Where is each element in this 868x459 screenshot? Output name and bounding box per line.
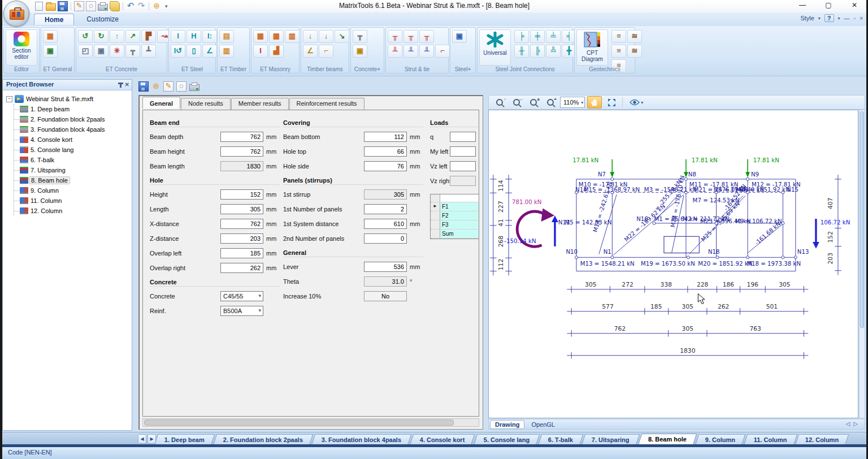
field-input-hole-top[interactable] bbox=[364, 146, 407, 157]
form-tab-reinforcement-results[interactable]: Reinforcement results bbox=[289, 98, 364, 110]
concplus-tool-icon[interactable]: ▣ bbox=[353, 45, 367, 58]
strut-tool-icon[interactable]: ╥ bbox=[403, 30, 418, 43]
timber-tool-icon[interactable]: ▤ bbox=[219, 30, 234, 43]
row-selector[interactable] bbox=[431, 220, 440, 229]
field-input-beam-depth[interactable] bbox=[220, 132, 263, 142]
cpt-diagram-button[interactable]: CPT Diagram bbox=[576, 29, 608, 66]
loads-grid-row-f1[interactable]: ►F1 bbox=[431, 202, 479, 211]
field-input-q[interactable] bbox=[450, 132, 476, 142]
application-menu-button[interactable] bbox=[3, 1, 29, 27]
zoom-caret-icon[interactable]: ▾ bbox=[581, 100, 583, 105]
style-caret-icon[interactable]: ▾ bbox=[818, 16, 821, 21]
zoom-inout-icon[interactable]: ± bbox=[526, 96, 541, 109]
view-tab-opengl[interactable]: OpenGL bbox=[527, 421, 559, 428]
strut-tool-icon[interactable]: ⌐ bbox=[435, 45, 450, 58]
edit-sheet-icon[interactable]: ✎ bbox=[163, 81, 173, 92]
geo-tool-icon[interactable]: ≋ bbox=[627, 30, 642, 43]
preview-icon[interactable]: ◌ bbox=[176, 81, 186, 92]
restore-button[interactable]: ▢ bbox=[821, 1, 836, 10]
doc-close-button[interactable]: × bbox=[860, 15, 863, 21]
concrete-tool-icon[interactable]: ◰ bbox=[78, 45, 93, 58]
joint-tool-icon[interactable]: ╩ bbox=[546, 45, 561, 58]
field-select-reinf[interactable]: B500A bbox=[220, 306, 263, 316]
loads-grid-row-sum[interactable]: Sum bbox=[431, 229, 479, 239]
doc-minimize-button[interactable]: — bbox=[844, 15, 850, 21]
field-input-overlap-right[interactable] bbox=[220, 263, 263, 273]
strut-tool-icon[interactable]: ╥ bbox=[419, 30, 434, 43]
view-tab-drawing[interactable]: Drawing bbox=[490, 420, 524, 429]
form-tab-node-results[interactable]: Node results bbox=[181, 98, 231, 110]
field-input-beam-length[interactable] bbox=[220, 161, 263, 171]
timberbeam-tool-icon[interactable]: ↓ bbox=[303, 30, 318, 43]
document-tab-2-foundation-block-2paals[interactable]: 2. Foundation block 2paals bbox=[213, 434, 314, 445]
fit-view-icon[interactable] bbox=[604, 96, 619, 109]
masonry-tool-icon[interactable]: ▟ bbox=[269, 45, 284, 58]
row-selector[interactable]: ► bbox=[431, 202, 440, 211]
field-input-beam-bottom[interactable] bbox=[364, 132, 407, 142]
document-tab-12-column[interactable]: 12. Column bbox=[795, 434, 849, 445]
strut-tool-icon[interactable]: ╨ bbox=[388, 45, 402, 58]
steel-tool-icon[interactable]: I: bbox=[202, 30, 217, 43]
options-icon[interactable]: ⊛ bbox=[151, 82, 160, 91]
form-tab-general[interactable]: General bbox=[142, 97, 180, 109]
geo-tool-icon[interactable]: ≋ bbox=[627, 45, 642, 58]
field-input-length[interactable] bbox=[220, 204, 263, 214]
timberbeam-tool-icon[interactable]: ↓ bbox=[319, 30, 333, 43]
document-tab-8-beam-hole[interactable]: 8. Beam hole bbox=[637, 434, 697, 445]
field-input-1st-stirrup[interactable] bbox=[364, 189, 407, 200]
field-input-vz-right[interactable] bbox=[450, 176, 476, 186]
concrete-tool-icon[interactable]: ↻ bbox=[94, 30, 108, 43]
timber-tool-icon[interactable]: ▥ bbox=[219, 45, 234, 58]
document-tab-5-console-lang[interactable]: 5. Console lang bbox=[474, 434, 540, 445]
steel-tool-icon[interactable]: ∠ bbox=[202, 45, 217, 58]
concrete-tool-icon[interactable]: ▛ bbox=[141, 30, 156, 43]
tree-item-9-column[interactable]: 9. Column bbox=[14, 185, 131, 196]
document-tab-3-foundation-block-4paals[interactable]: 3. Foundation block 4paals bbox=[311, 434, 412, 445]
tree-item-11-column[interactable]: 11. Column bbox=[14, 196, 131, 206]
document-tab-9-column[interactable]: 9. Column bbox=[695, 434, 745, 445]
joint-tool-icon[interactable]: ╞ bbox=[514, 30, 529, 43]
ribbon-tab-customize[interactable]: Customize bbox=[76, 14, 129, 25]
zoom-extents-icon[interactable]: ↔ bbox=[509, 96, 524, 109]
minimize-button[interactable]: — bbox=[795, 1, 810, 10]
concrete-tool-icon[interactable]: ↗ bbox=[125, 30, 140, 43]
tree-item-6-t-balk[interactable]: 6. T-balk bbox=[14, 155, 131, 165]
close-panel-icon[interactable]: ✕ bbox=[125, 81, 129, 88]
eye-icon[interactable]: ▾ bbox=[626, 96, 646, 109]
tree-item-2-foundation-block-2paals[interactable]: 2. Foundation block 2paals bbox=[14, 114, 131, 124]
field-input-beam-height[interactable] bbox=[220, 146, 263, 157]
strut-tool-icon[interactable]: ╨ bbox=[403, 45, 418, 58]
row-selector[interactable] bbox=[431, 229, 440, 238]
field-input-1st-number-of-panels[interactable] bbox=[364, 204, 407, 214]
document-tab-11-column[interactable]: 11. Column bbox=[744, 434, 797, 445]
doc-restore-button[interactable]: ▫ bbox=[854, 15, 856, 21]
tree-item-12-column[interactable]: 12. Column bbox=[14, 206, 131, 216]
tree-item-7-uitsparing[interactable]: 7. Uitsparing bbox=[14, 165, 131, 175]
field-input-vz-left[interactable] bbox=[450, 161, 476, 171]
concrete-tool-icon[interactable]: ↺ bbox=[78, 30, 93, 43]
document-tab-7-uitsparing[interactable]: 7. Uitsparing bbox=[581, 434, 640, 445]
drawing-vertical-scrollbar[interactable] bbox=[859, 110, 865, 418]
row-selector[interactable] bbox=[431, 211, 440, 220]
document-tab-1-deep-beam[interactable]: 1. Deep beam bbox=[154, 434, 215, 445]
field-input-increase-10[interactable] bbox=[364, 291, 407, 301]
help-button[interactable]: ? bbox=[824, 14, 834, 22]
zoom-level-combo[interactable]: 110%▾ bbox=[560, 97, 585, 108]
concrete-tool-icon[interactable]: ┳ bbox=[125, 45, 140, 58]
field-input-my-left[interactable] bbox=[450, 146, 476, 157]
timberbeam-tool-icon[interactable]: ↘ bbox=[335, 30, 349, 43]
form-horizontal-scrollbar[interactable] bbox=[142, 418, 479, 427]
geo-tool-icon[interactable]: ≡ bbox=[611, 45, 626, 58]
tree-expander-icon[interactable]: − bbox=[6, 96, 12, 102]
tree-item-1-deep-beam[interactable]: 1. Deep beam bbox=[14, 104, 131, 114]
concplus-tool-icon[interactable]: ┳ bbox=[353, 30, 367, 43]
field-input-hole-side[interactable] bbox=[364, 161, 407, 171]
close-button[interactable]: ✕ bbox=[847, 1, 862, 10]
section-editor-button[interactable]: Section editor bbox=[6, 29, 37, 66]
concrete-tool-icon[interactable]: ✳ bbox=[110, 45, 124, 58]
field-input-height[interactable] bbox=[220, 189, 263, 200]
tree-item-3-foundation-block-4paals[interactable]: 3. Foundation block 4paals bbox=[14, 124, 131, 135]
field-input-x-distance[interactable] bbox=[220, 219, 263, 229]
joint-tool-icon[interactable]: ╫ bbox=[514, 45, 529, 58]
view-tab-scroll-arrows[interactable]: ◁▷ bbox=[846, 421, 861, 427]
